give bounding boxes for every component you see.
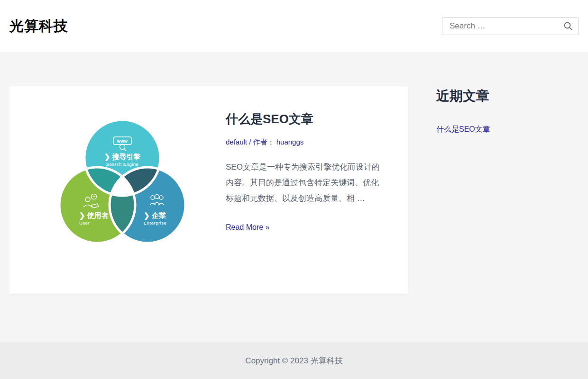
- venn-sublabel-user: User: [79, 220, 90, 226]
- www-text: www: [117, 139, 128, 144]
- recent-posts-heading: 近期文章: [436, 87, 579, 105]
- chevron-icon: ❯: [144, 211, 152, 220]
- venn-diagram-image: www ❯ 搜尋引擎 Search Engine ❯ 使用者 User: [36, 112, 209, 257]
- category-link[interactable]: default: [226, 138, 247, 146]
- chevron-icon: ❯: [79, 211, 87, 220]
- read-more-link[interactable]: Read More »: [226, 223, 270, 232]
- list-item: 什么是SEO文章: [436, 123, 579, 135]
- chevron-icon: ❯: [104, 153, 112, 162]
- post-body: 什么是SEO文章 default / 作者： huanggs SEO文章是一种专…: [226, 112, 382, 232]
- main-content: www ❯ 搜尋引擎 Search Engine ❯ 使用者 User: [0, 52, 588, 342]
- post-card: www ❯ 搜尋引擎 Search Engine ❯ 使用者 User: [9, 86, 408, 294]
- venn-sublabel-search-engine: Search Engine: [106, 162, 139, 167]
- post-excerpt: SEO文章是一种专为搜索引擎优化而设计的内容。其目的是通过包含特定关键词、优化标…: [226, 159, 382, 206]
- sidebar: 近期文章 什么是SEO文章: [436, 86, 579, 135]
- search-icon: [563, 21, 573, 31]
- recent-post-link[interactable]: 什么是SEO文章: [436, 125, 490, 133]
- site-header: 光算科技: [0, 0, 588, 52]
- venn-label-enterprise: ❯ 企業: [144, 211, 166, 220]
- venn-label-search-engine: ❯ 搜尋引擎: [104, 153, 141, 162]
- search-input[interactable]: [442, 17, 579, 35]
- search-form: [442, 17, 579, 35]
- author-link[interactable]: huanggs: [276, 138, 304, 146]
- recent-posts-list: 什么是SEO文章: [436, 123, 579, 135]
- site-footer: Copyright © 2023 光算科技: [0, 342, 588, 379]
- post-thumbnail-link[interactable]: www ❯ 搜尋引擎 Search Engine ❯ 使用者 User: [36, 112, 209, 257]
- copyright-text: Copyright © 2023 光算科技: [245, 355, 342, 366]
- meta-separator: / 作者：: [247, 138, 276, 146]
- site-title-link[interactable]: 光算科技: [9, 17, 68, 36]
- post-title-link[interactable]: 什么是SEO文章: [226, 112, 382, 126]
- venn-label-user: ❯ 使用者: [79, 211, 109, 220]
- search-button[interactable]: [560, 17, 576, 35]
- venn-sublabel-enterprise: Enterprise: [144, 220, 166, 226]
- post-meta: default / 作者： huanggs: [226, 138, 382, 147]
